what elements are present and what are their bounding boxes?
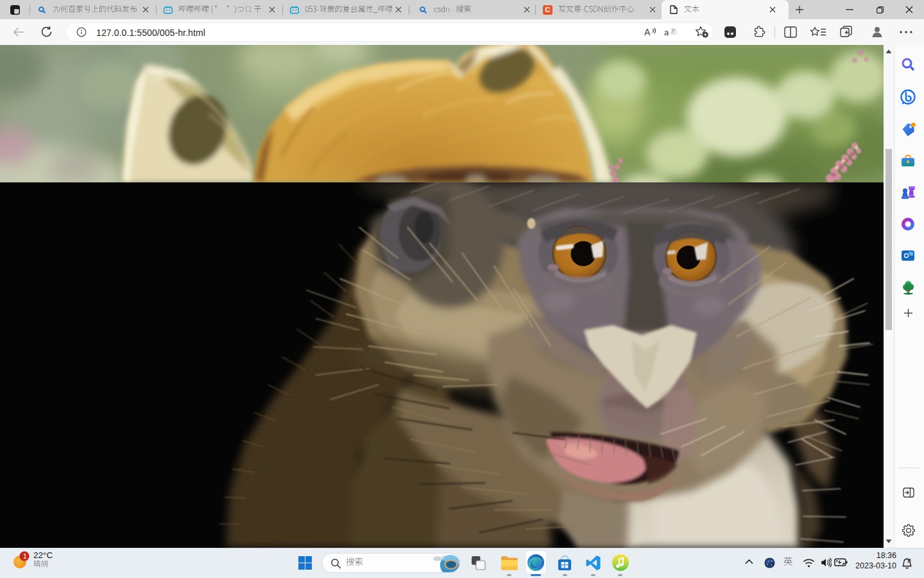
svg-text:a: a: [664, 28, 669, 37]
svg-text:A: A: [644, 27, 651, 37]
svg-text:z: z: [909, 557, 911, 561]
svg-text:1: 1: [23, 552, 27, 560]
